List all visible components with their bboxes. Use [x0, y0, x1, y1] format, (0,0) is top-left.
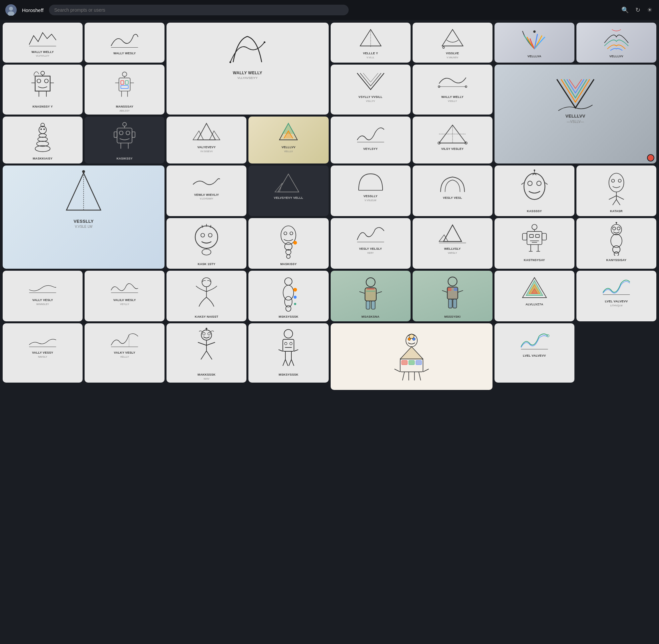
- svg-point-46: [119, 131, 123, 135]
- refresh-icon-button[interactable]: ↻: [634, 5, 642, 15]
- card-vally-vesly[interactable]: VALLY VESLY WINNSLEY: [3, 271, 83, 321]
- svg-point-66: [82, 170, 85, 173]
- card-vesly-velsly[interactable]: VESLY VELSLY VERY: [331, 218, 411, 269]
- card-alvllvz7a[interactable]: ALVLLVZ7A: [495, 271, 574, 321]
- card-wally-wesly[interactable]: WALLY WESLY: [85, 23, 164, 63]
- card-sublabel: —VSLLV—: [567, 120, 584, 123]
- card-kask1sty[interactable]: KASK 1STY: [166, 218, 246, 269]
- svg-rect-108: [522, 233, 527, 240]
- svg-point-28: [122, 72, 127, 76]
- svg-point-71: [528, 181, 532, 186]
- svg-point-41: [39, 126, 47, 134]
- card-velllvv-bird[interactable]: VELLLVV: [576, 23, 656, 63]
- svg-point-96: [293, 241, 297, 245]
- card-vally-vessy[interactable]: VALLY VESSY NAVSLY: [3, 323, 83, 382]
- card-valilv-wesly[interactable]: VALILV WESLY VEYLLY: [85, 271, 164, 321]
- card-label: MSKSYSSSK: [279, 315, 298, 319]
- card-label: VELVSYEVY VELLL: [274, 196, 303, 200]
- card-label: VELLLE Y: [363, 52, 378, 55]
- card-label: WALLY WESLY: [113, 52, 136, 55]
- search-icon-button[interactable]: 🔍: [620, 5, 630, 15]
- svg-rect-50: [114, 132, 117, 138]
- svg-rect-160: [283, 339, 294, 351]
- card-msksysssk[interactable]: MSKSYSSSK: [248, 323, 328, 382]
- card-label: VALILV WESLY: [113, 298, 136, 302]
- svg-point-88: [202, 249, 211, 255]
- card-label: LVEL VALVEVV: [605, 300, 628, 304]
- card-makksssk[interactable]: MAKKSSSK NIXV: [166, 323, 246, 382]
- card-kassssy[interactable]: KASSSSY: [495, 165, 574, 216]
- card-colorful-figure[interactable]: [331, 323, 493, 390]
- card-sublabel: VEYLLY: [120, 303, 129, 305]
- card-wally-welly-wave[interactable]: WALLY WELLY VSSLLY: [413, 65, 493, 115]
- card-mansssay[interactable]: MANSSSAY ABILSSY: [85, 65, 164, 115]
- card-maskissy[interactable]: MASKISSY: [248, 218, 328, 269]
- card-wally-welly-1[interactable]: WALLY WELLY VLVVVLLVY: [3, 23, 83, 63]
- card-sublabel: VLLYAVSEIYY: [237, 76, 258, 79]
- card-msasksna[interactable]: MSASKSNA: [331, 271, 411, 321]
- card-label: VILSY VESLEY: [441, 147, 463, 151]
- card-label: MANSSSAY: [116, 105, 134, 109]
- svg-point-161: [285, 342, 287, 345]
- card-vesslly-large[interactable]: VESSLLY V.VSLE LW: [3, 165, 164, 269]
- card-visslve[interactable]: VISSLVE V.VALNSV: [413, 23, 493, 63]
- card-label: WALLY WELLY: [233, 71, 262, 76]
- card-vesly-vesl[interactable]: VESLY VESL: [413, 165, 493, 216]
- svg-line-164: [279, 350, 283, 351]
- card-vesslly2[interactable]: VESSLLY V.VSLELW: [331, 165, 411, 216]
- card-vellle[interactable]: VELLLE Y V.VLLL: [331, 23, 411, 63]
- card-wally-welly-large[interactable]: WALLY WELLY VLLYAVSEIYY: [166, 23, 328, 115]
- card-kaksy-naisst[interactable]: KAKSY NAISST: [166, 271, 246, 321]
- card-veylsyy[interactable]: VEYLSYY: [331, 117, 411, 163]
- card-valyevevy[interactable]: VALYEVEVY VV.SISEVV: [166, 117, 246, 163]
- card-velllvv-colorful[interactable]: VELLLVV —VSLLV—: [495, 65, 656, 163]
- card-kanyssisay[interactable]: KANYSSISAY: [576, 218, 656, 269]
- card-kasikssy[interactable]: KASIKSSY: [85, 117, 164, 163]
- settings-icon-button[interactable]: ☀: [646, 5, 654, 15]
- svg-rect-141: [448, 299, 452, 308]
- card-label: WELLVSLY: [444, 247, 461, 251]
- svg-point-139: [448, 277, 457, 286]
- card-knasnssy[interactable]: KNASNSSY Y: [3, 65, 83, 115]
- card-valky-vesly[interactable]: VALKY VESLY VELLLY: [85, 323, 164, 382]
- card-label: KANYSSISAY: [606, 258, 627, 262]
- svg-point-129: [286, 306, 291, 312]
- card-vsylly[interactable]: VSYLLY VVSILL VSLLYV: [331, 65, 411, 115]
- svg-point-93: [285, 243, 292, 250]
- card-label: VALKY VESLY: [114, 351, 135, 355]
- card-msksyssk[interactable]: MSKSYSSSK: [248, 271, 328, 321]
- card-wellvsly[interactable]: WELLVSLY VARSLY: [413, 218, 493, 269]
- svg-rect-103: [536, 234, 539, 237]
- svg-point-124: [202, 278, 211, 287]
- card-label: KASK 1STY: [198, 262, 215, 267]
- svg-point-92: [290, 232, 293, 235]
- card-maskkiaisy[interactable]: MASKKIAISY: [3, 117, 83, 163]
- card-velllva[interactable]: VELLLVA: [495, 23, 574, 63]
- svg-point-127: [283, 285, 294, 300]
- svg-rect-142: [453, 299, 457, 308]
- card-label: WALLY WELLY: [32, 50, 54, 54]
- search-input[interactable]: [49, 5, 349, 15]
- card-sublabel: NIXV: [204, 377, 209, 380]
- avatar[interactable]: [5, 4, 17, 16]
- card-lvel-valvevv[interactable]: LVEL VALVEVV LITHVQLM: [576, 271, 656, 321]
- card-wave-color-bottom[interactable]: LVEL VALVEVV: [495, 323, 574, 382]
- svg-marker-54: [198, 123, 215, 140]
- card-sublabel: ABILSSY: [119, 110, 130, 112]
- svg-point-43: [40, 129, 42, 130]
- card-vewlv[interactable]: VEWLV WIEVLIY V.LSYEAMY: [166, 165, 246, 216]
- card-velvsyevy[interactable]: VELVSYEVY VELLL: [248, 165, 328, 216]
- svg-point-118: [613, 246, 620, 253]
- svg-rect-51: [132, 132, 135, 138]
- card-kastnsysay[interactable]: KASTNSYSAY: [495, 218, 574, 269]
- card-katasr[interactable]: KATASR: [576, 165, 656, 216]
- svg-point-86: [201, 233, 204, 237]
- svg-point-158: [206, 328, 207, 330]
- svg-point-121: [616, 222, 617, 223]
- svg-rect-135: [366, 301, 370, 309]
- card-vilsy-vesley[interactable]: VILSY VESLEY: [413, 117, 493, 163]
- card-label: MASKISSY: [280, 262, 297, 267]
- card-msssyski[interactable]: MSSSYSKI: [413, 271, 493, 321]
- svg-line-84: [616, 200, 620, 205]
- card-velllvv-color[interactable]: VELLLVV VELLLV: [248, 117, 328, 163]
